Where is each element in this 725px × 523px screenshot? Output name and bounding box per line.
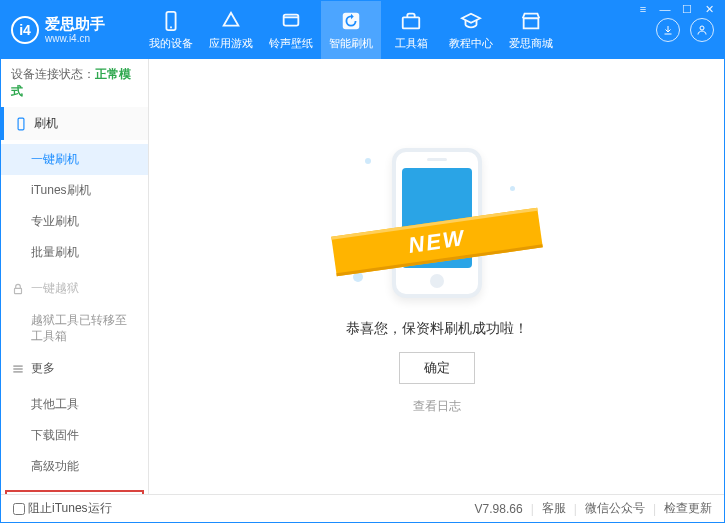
sidebar-item-itunes[interactable]: iTunes刷机	[1, 175, 148, 206]
nav-toolbox[interactable]: 工具箱	[381, 1, 441, 59]
phone-small-icon	[14, 117, 28, 131]
ok-button[interactable]: 确定	[399, 352, 475, 384]
minimize-icon[interactable]: —	[657, 2, 673, 16]
success-illustration: NEW	[347, 138, 527, 308]
sidebar-item-batch[interactable]: 批量刷机	[1, 237, 148, 268]
nav-my-device[interactable]: 我的设备	[141, 1, 201, 59]
main-content: NEW 恭喜您，保资料刷机成功啦！ 确定 查看日志	[149, 59, 724, 494]
footer: 阻止iTunes运行 V7.98.66 | 客服 | 微信公众号 | 检查更新	[1, 494, 724, 522]
menu-icon[interactable]: ≡	[635, 2, 651, 16]
svg-rect-2	[284, 14, 299, 25]
music-icon	[280, 10, 302, 32]
sidebar-item-advanced[interactable]: 高级功能	[1, 451, 148, 482]
wechat-link[interactable]: 微信公众号	[585, 500, 645, 517]
nav-apps-games[interactable]: 应用游戏	[201, 1, 261, 59]
nav-ringtones[interactable]: 铃声壁纸	[261, 1, 321, 59]
svg-rect-4	[403, 17, 420, 28]
nav-store[interactable]: 爱思商城	[501, 1, 561, 59]
connection-status: 设备连接状态：正常模式	[1, 59, 148, 107]
graduation-icon	[460, 10, 482, 32]
jailbreak-note: 越狱工具已转移至 工具箱	[1, 309, 148, 348]
brand[interactable]: i4 爱思助手 www.i4.cn	[11, 16, 141, 44]
top-nav: 我的设备 应用游戏 铃声壁纸 智能刷机 工具箱 教程中心	[141, 1, 561, 59]
refresh-icon	[340, 10, 362, 32]
svg-point-5	[700, 26, 704, 30]
download-icon	[662, 24, 674, 36]
sidebar-item-firmware[interactable]: 下载固件	[1, 420, 148, 451]
sidebar-item-oneclick[interactable]: 一键刷机	[1, 144, 148, 175]
version-label: V7.98.66	[475, 502, 523, 516]
section-more[interactable]: 更多	[1, 352, 148, 385]
checkbox-block-itunes[interactable]: 阻止iTunes运行	[13, 500, 112, 517]
view-log-link[interactable]: 查看日志	[413, 398, 461, 415]
brand-url: www.i4.cn	[45, 33, 105, 44]
nav-tutorials[interactable]: 教程中心	[441, 1, 501, 59]
support-link[interactable]: 客服	[542, 500, 566, 517]
hamburger-icon	[11, 362, 25, 376]
success-message: 恭喜您，保资料刷机成功啦！	[346, 320, 528, 338]
lock-icon	[11, 282, 25, 296]
user-button[interactable]	[690, 18, 714, 42]
maximize-icon[interactable]: ☐	[679, 2, 695, 16]
sidebar-item-other[interactable]: 其他工具	[1, 389, 148, 420]
svg-rect-7	[15, 288, 22, 293]
svg-rect-6	[18, 118, 24, 130]
section-jailbreak[interactable]: 一键越狱	[1, 272, 148, 305]
header: i4 爱思助手 www.i4.cn 我的设备 应用游戏 铃声壁纸 智能刷机	[1, 1, 724, 59]
sidebar: 设备连接状态：正常模式 刷机 一键刷机 iTunes刷机 专业刷机 批量刷机 一…	[1, 59, 149, 494]
toolbox-icon	[400, 10, 422, 32]
store-icon	[520, 10, 542, 32]
close-icon[interactable]: ✕	[701, 2, 717, 16]
body: 设备连接状态：正常模式 刷机 一键刷机 iTunes刷机 专业刷机 批量刷机 一…	[1, 59, 724, 494]
window-controls: ≡ — ☐ ✕	[635, 2, 717, 16]
app-window: ≡ — ☐ ✕ i4 爱思助手 www.i4.cn 我的设备 应用游戏 铃声壁纸	[0, 0, 725, 523]
brand-title: 爱思助手	[45, 16, 105, 33]
sidebar-item-pro[interactable]: 专业刷机	[1, 206, 148, 237]
download-button[interactable]	[656, 18, 680, 42]
user-icon	[696, 24, 708, 36]
check-update-link[interactable]: 检查更新	[664, 500, 712, 517]
phone-icon	[160, 10, 182, 32]
brand-logo-icon: i4	[11, 16, 39, 44]
nav-smart-flash[interactable]: 智能刷机	[321, 1, 381, 59]
section-flash[interactable]: 刷机	[1, 107, 148, 140]
apps-icon	[220, 10, 242, 32]
